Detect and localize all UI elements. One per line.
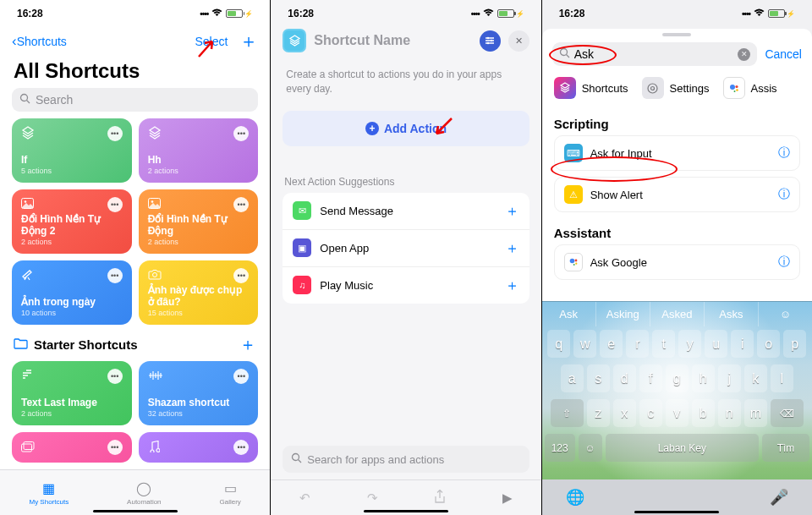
- kb-emoji-icon[interactable]: ☺: [579, 434, 602, 462]
- action-show-alert[interactable]: ⚠︎ Show Alert ⓘ: [554, 177, 800, 212]
- info-icon[interactable]: ⓘ: [778, 145, 790, 161]
- suggestion-play-music[interactable]: ♫ Play Music ＋: [283, 267, 529, 304]
- search-input[interactable]: Ask ✕: [552, 42, 758, 66]
- kb-key-c[interactable]: c: [639, 399, 662, 427]
- kb-key-a[interactable]: a: [561, 364, 584, 392]
- home-indicator[interactable]: [634, 511, 719, 513]
- mic-icon[interactable]: 🎤: [770, 488, 788, 507]
- more-icon[interactable]: •••: [107, 369, 123, 384]
- more-icon[interactable]: •••: [233, 369, 249, 384]
- kb-key-o[interactable]: o: [757, 330, 780, 358]
- globe-icon[interactable]: 🌐: [566, 488, 584, 507]
- kb-key-m[interactable]: m: [744, 399, 767, 427]
- back-button[interactable]: ‹ Shortcuts: [12, 33, 67, 50]
- kb-key-i[interactable]: i: [731, 330, 754, 358]
- home-indicator[interactable]: [93, 510, 178, 512]
- folder-header[interactable]: Starter Shortcuts: [14, 337, 138, 352]
- add-action-button[interactable]: + Add Action: [283, 111, 529, 146]
- shortcut-card[interactable]: ••• Ảnh này được chụp ở đâu?15 actions: [139, 260, 259, 325]
- add-icon[interactable]: ＋: [505, 201, 519, 221]
- more-icon[interactable]: •••: [233, 197, 249, 212]
- tab-my-shortcuts[interactable]: ▦ My Shortcuts: [29, 480, 69, 506]
- more-icon[interactable]: •••: [107, 126, 123, 141]
- kb-key-p[interactable]: p: [783, 330, 806, 358]
- redo-button[interactable]: ↷: [367, 490, 378, 506]
- kb-key-n[interactable]: n: [718, 399, 741, 427]
- more-icon[interactable]: •••: [107, 197, 123, 212]
- home-indicator[interactable]: [364, 510, 448, 512]
- undo-button[interactable]: ↶: [299, 490, 310, 506]
- info-icon[interactable]: ⓘ: [778, 255, 790, 270]
- shortcut-card-hh[interactable]: ••• Hh2 actions: [139, 118, 259, 183]
- kb-key-z[interactable]: z: [587, 399, 610, 427]
- kb-space[interactable]: Laban Key: [606, 434, 759, 462]
- kb-key-f[interactable]: f: [639, 364, 662, 392]
- kb-suggestion[interactable]: Asking: [596, 302, 650, 326]
- kb-suggestion[interactable]: Ask: [542, 302, 596, 326]
- shortcut-card[interactable]: ••• Đổi Hình Nền Tự Động2 actions: [139, 189, 259, 254]
- kb-numbers[interactable]: 123: [545, 434, 575, 462]
- close-button[interactable]: ✕: [508, 30, 529, 52]
- grabber-handle[interactable]: [662, 33, 691, 36]
- suggestion-send-message[interactable]: ✉︎ Send Message ＋: [283, 193, 529, 230]
- more-icon[interactable]: •••: [107, 440, 123, 455]
- kb-key-v[interactable]: v: [666, 399, 689, 427]
- cancel-button[interactable]: Cancel: [765, 47, 802, 61]
- add-icon[interactable]: ＋: [505, 276, 519, 295]
- search-input[interactable]: Search: [12, 88, 258, 112]
- filter-shortcuts[interactable]: Shortcuts: [554, 77, 628, 99]
- add-icon[interactable]: ＋: [505, 238, 519, 258]
- kb-key-w[interactable]: w: [573, 330, 596, 358]
- shortcut-card[interactable]: ••• Ảnh trong ngày10 actions: [12, 260, 132, 325]
- filter-assistant[interactable]: Assis: [723, 77, 777, 99]
- keyboard[interactable]: Ask Asking Asked Asks ☺ qwertyuiop asdfg…: [542, 301, 812, 515]
- kb-key-u[interactable]: u: [705, 330, 727, 358]
- clear-search-button[interactable]: ✕: [738, 48, 750, 61]
- shortcut-card[interactable]: ••• Shazam shortcut32 actions: [139, 361, 259, 425]
- settings-button[interactable]: [480, 30, 501, 52]
- share-button[interactable]: [434, 490, 446, 507]
- more-icon[interactable]: •••: [233, 440, 249, 455]
- kb-key-d[interactable]: d: [613, 364, 636, 392]
- shortcut-name-input[interactable]: Shortcut Name: [314, 33, 471, 48]
- more-icon[interactable]: •••: [233, 126, 249, 141]
- kb-key-x[interactable]: x: [613, 399, 636, 427]
- search-actions-input[interactable]: Search for apps and actions: [283, 446, 529, 473]
- kb-key-k[interactable]: k: [744, 364, 767, 392]
- kb-key-y[interactable]: y: [678, 330, 701, 358]
- kb-key-l[interactable]: l: [771, 364, 793, 392]
- kb-key-t[interactable]: t: [652, 330, 675, 358]
- suggestion-open-app[interactable]: ▣ Open App ＋: [283, 230, 529, 267]
- shortcut-card-if[interactable]: ••• If5 actions: [12, 118, 132, 183]
- kb-suggestion[interactable]: Asked: [650, 302, 705, 326]
- shortcut-color-icon[interactable]: [283, 29, 306, 52]
- select-button[interactable]: Select: [195, 35, 228, 48]
- shortcut-card[interactable]: ••• Text Last Image2 actions: [12, 361, 132, 425]
- play-button[interactable]: ▶: [502, 490, 513, 506]
- kb-suggestion[interactable]: Asks: [705, 302, 759, 326]
- kb-emoji[interactable]: ☺: [759, 302, 812, 326]
- tab-gallery[interactable]: ▭ Gallery: [220, 480, 241, 506]
- more-icon[interactable]: •••: [107, 268, 123, 283]
- new-shortcut-button[interactable]: ＋: [239, 29, 258, 54]
- action-ask-for-input[interactable]: ⌨︎ Ask for Input ⓘ: [554, 135, 800, 171]
- kb-key-g[interactable]: g: [666, 364, 689, 392]
- folder-add-button[interactable]: ＋: [239, 333, 256, 356]
- kb-key-s[interactable]: s: [587, 364, 610, 392]
- kb-key-j[interactable]: j: [718, 364, 741, 392]
- tab-automation[interactable]: ◯ Automation: [127, 480, 161, 506]
- more-icon[interactable]: •••: [233, 268, 249, 283]
- kb-enter[interactable]: Tìm: [762, 434, 809, 462]
- shortcut-card[interactable]: •••: [139, 432, 259, 463]
- shortcut-card[interactable]: •••: [12, 432, 132, 463]
- kb-key-b[interactable]: b: [692, 399, 715, 427]
- kb-shift[interactable]: ⇧: [551, 399, 584, 427]
- kb-key-e[interactable]: e: [600, 330, 623, 358]
- action-ask-google[interactable]: Ask Google ⓘ: [554, 244, 800, 280]
- kb-key-r[interactable]: r: [626, 330, 649, 358]
- filter-settings[interactable]: Settings: [642, 77, 710, 99]
- info-icon[interactable]: ⓘ: [778, 187, 790, 202]
- kb-delete[interactable]: ⌫: [771, 399, 804, 427]
- kb-key-q[interactable]: q: [547, 330, 570, 358]
- shortcut-card[interactable]: ••• Đổi Hình Nền Tự Động 22 actions: [12, 189, 132, 254]
